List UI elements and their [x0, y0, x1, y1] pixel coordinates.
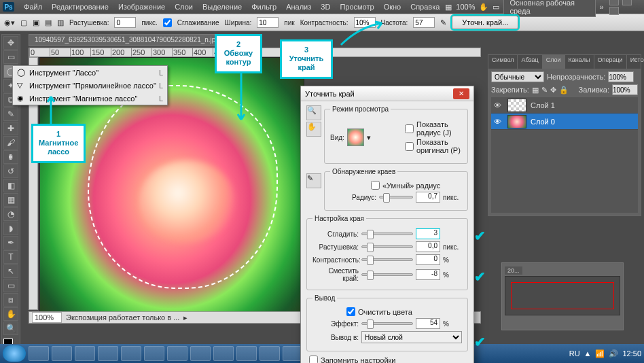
- contrast-slider[interactable]: [361, 258, 413, 261]
- menu-analysis[interactable]: Анализ: [282, 1, 315, 12]
- view-thumbnail[interactable]: [347, 128, 364, 146]
- tray-icon[interactable]: ▲: [584, 349, 592, 358]
- selection-mode-new-icon[interactable]: ▢: [20, 18, 27, 27]
- radius-slider[interactable]: [379, 196, 413, 198]
- selection-mode-intersect-icon[interactable]: ▥: [57, 18, 64, 27]
- decontaminate-checkbox[interactable]: [346, 307, 355, 316]
- eraser-tool[interactable]: ◧: [3, 179, 18, 192]
- minimize-button[interactable]: [609, 0, 619, 5]
- menu-select[interactable]: Выделение: [198, 1, 246, 12]
- document-tab[interactable]: 10940597_639253039530651_308810479005228…: [29, 34, 219, 46]
- stamp-tool[interactable]: ⧯: [3, 150, 18, 164]
- taskbar-app[interactable]: [144, 346, 164, 361]
- refine-edge-button[interactable]: Уточн. край...: [452, 16, 518, 29]
- taskbar-app[interactable]: [190, 346, 211, 361]
- amount-value[interactable]: 54: [416, 318, 440, 329]
- tab-actions[interactable]: Операци: [594, 55, 627, 69]
- show-original-checkbox[interactable]: [405, 142, 414, 151]
- feather-value-dlg[interactable]: 0,0: [416, 241, 440, 252]
- pen-pressure-icon[interactable]: ✎: [440, 18, 446, 27]
- selection-mode-add-icon[interactable]: ▣: [33, 18, 39, 27]
- amount-slider[interactable]: [361, 322, 413, 325]
- taskbar-app[interactable]: [52, 346, 72, 361]
- zoom-tool[interactable]: 🔍: [3, 322, 18, 335]
- refine-brush-icon[interactable]: ✎: [306, 173, 321, 188]
- smart-radius-checkbox[interactable]: [371, 181, 380, 190]
- dialog-titlebar[interactable]: Уточнить край ✕: [301, 86, 473, 101]
- menu-edit[interactable]: Редактирование: [48, 1, 113, 12]
- taskbar-app[interactable]: [213, 346, 234, 361]
- network-icon[interactable]: 📶: [595, 349, 605, 358]
- feather-slider[interactable]: [361, 245, 413, 248]
- menu-file[interactable]: Файл: [20, 1, 46, 12]
- menu-image[interactable]: Изображение: [114, 1, 169, 12]
- taskbar-app[interactable]: [167, 346, 187, 361]
- pen-tool[interactable]: ✒: [3, 236, 18, 249]
- layer-row[interactable]: 👁 Слой 0: [491, 114, 638, 130]
- menu-layer[interactable]: Слои: [171, 1, 197, 12]
- poly-lasso-tool-item[interactable]: ▽ Инструмент "Прямолинейное лассо" L: [13, 79, 167, 92]
- lock-transparency-icon[interactable]: ▦: [532, 86, 539, 94]
- lock-all-icon[interactable]: 🔒: [559, 86, 569, 94]
- magnetic-lasso-tool-item[interactable]: ◉ Инструмент "Магнитное лассо" L: [13, 92, 167, 105]
- smooth-slider[interactable]: [361, 232, 413, 235]
- move-tool[interactable]: ✥: [3, 36, 18, 50]
- hand-tool-icon[interactable]: ✋: [306, 122, 321, 137]
- selection-mode-subtract-icon[interactable]: ▤: [45, 18, 52, 27]
- close-button[interactable]: [609, 7, 619, 15]
- tab-channels[interactable]: Каналы: [565, 55, 594, 69]
- layer-row[interactable]: 👁 Слой 1: [491, 97, 638, 114]
- status-zoom[interactable]: 100%: [32, 312, 62, 323]
- antialias-checkbox[interactable]: [163, 18, 172, 27]
- shift-edge-slider[interactable]: [361, 273, 413, 276]
- path-tool[interactable]: ↖: [3, 264, 18, 278]
- taskbar-app[interactable]: [236, 346, 257, 361]
- dodge-tool[interactable]: ◗: [3, 222, 18, 235]
- lock-position-icon[interactable]: ✥: [550, 86, 556, 94]
- visibility-icon[interactable]: 👁: [494, 118, 503, 126]
- shape-tool[interactable]: ▭: [3, 279, 18, 292]
- taskbar-app[interactable]: [29, 346, 49, 361]
- tab-paragraph[interactable]: Абзац: [518, 55, 542, 69]
- grid-icon[interactable]: ▦: [445, 3, 452, 12]
- width-input[interactable]: [257, 17, 279, 28]
- visibility-icon[interactable]: 👁: [494, 101, 503, 109]
- menu-3d[interactable]: 3D: [317, 1, 334, 12]
- language-indicator[interactable]: RU: [569, 349, 580, 358]
- status-dropdown-icon[interactable]: ▸: [183, 313, 187, 322]
- navigator-preview[interactable]: [505, 276, 620, 315]
- blend-mode-select[interactable]: Обычные: [491, 71, 544, 82]
- hand-tool[interactable]: ✋: [3, 307, 18, 321]
- tab-history[interactable]: История: [627, 55, 644, 69]
- menu-view[interactable]: Просмотр: [336, 1, 378, 12]
- maximize-button[interactable]: [622, 0, 632, 5]
- clock[interactable]: 12:50: [622, 349, 641, 358]
- taskbar-app[interactable]: [260, 346, 280, 361]
- collapse-icon[interactable]: »: [600, 3, 604, 11]
- opacity-input[interactable]: [608, 71, 634, 82]
- chevron-down-icon[interactable]: ▾: [367, 133, 371, 142]
- remember-checkbox[interactable]: [309, 356, 318, 363]
- history-brush-tool[interactable]: ↺: [3, 165, 18, 178]
- taskbar-app[interactable]: [121, 346, 141, 361]
- volume-icon[interactable]: 🔊: [609, 349, 618, 358]
- smooth-value[interactable]: 3: [416, 228, 440, 239]
- lasso-tool-item[interactable]: ◯ Инструмент "Лассо" L: [13, 66, 167, 79]
- screen-mode-icon[interactable]: ▭: [493, 3, 499, 12]
- start-button[interactable]: [3, 345, 26, 362]
- freq-input[interactable]: [413, 17, 435, 28]
- zoom-tool-icon[interactable]: 🔍: [306, 105, 321, 120]
- eyedropper-tool[interactable]: ✎: [3, 107, 18, 121]
- lock-pixels-icon[interactable]: ✎: [541, 86, 548, 94]
- marquee-tool[interactable]: ▭: [3, 50, 18, 64]
- dialog-close-button[interactable]: ✕: [453, 88, 469, 99]
- brush-tool[interactable]: 🖌: [3, 136, 18, 150]
- workspace-switcher[interactable]: Основная рабочая среда: [503, 0, 595, 17]
- taskbar-app[interactable]: [75, 346, 95, 361]
- menu-window[interactable]: Окно: [380, 1, 406, 12]
- fill-input[interactable]: [612, 84, 638, 95]
- zoom-level[interactable]: 100%: [456, 3, 475, 11]
- heal-tool[interactable]: ✚: [3, 122, 18, 135]
- show-radius-checkbox[interactable]: [405, 124, 414, 133]
- gradient-tool[interactable]: ▦: [3, 193, 18, 207]
